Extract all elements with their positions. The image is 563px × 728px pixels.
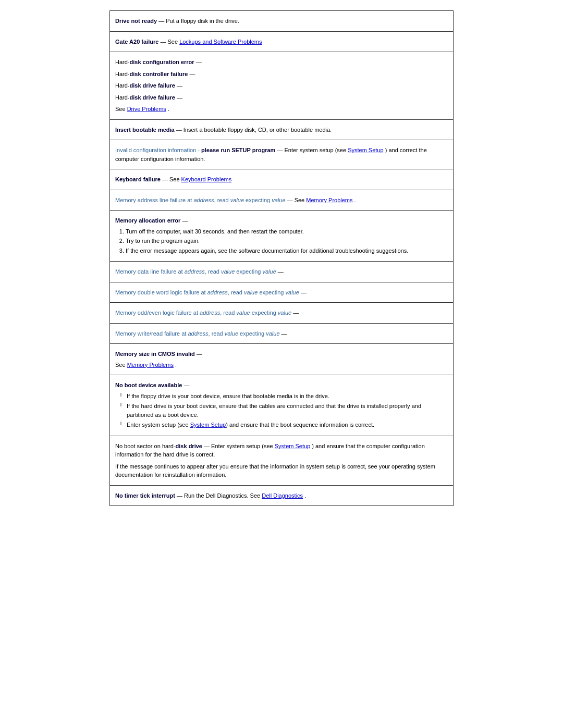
- memory-allocation-steps: Turn off the computer, wait 30 seconds, …: [126, 227, 448, 255]
- memory-problems-link-1[interactable]: Memory Problems: [306, 197, 352, 203]
- invalid-config-bold: please run SETUP program: [201, 147, 275, 153]
- system-setup-link-2[interactable]: System Setup: [190, 422, 226, 428]
- entry-memory-size-cmos: Memory size in CMOS invalid — See Memory…: [110, 344, 453, 375]
- system-setup-link-3[interactable]: System Setup: [275, 443, 310, 449]
- hard-disk-prefix-4: Hard-: [115, 94, 130, 101]
- entry-memory-allocation: Memory allocation error — Turn off the c…: [110, 211, 453, 262]
- hard-disk-prefix-3: Hard-: [115, 82, 130, 89]
- entry-no-timer-tick: No timer tick interrupt — Run the Dell D…: [110, 486, 453, 506]
- entry-memory-write-read: Memory write/read failure at address, re…: [110, 324, 453, 344]
- no-timer-tick-desc-before: Run the Dell Diagnostics. See: [184, 492, 262, 499]
- no-boot-item-2: If the hard drive is your boot device, e…: [120, 402, 448, 419]
- entry-no-boot-sector: No boot sector on hard-disk drive — Ente…: [110, 436, 453, 486]
- main-table: Drive not ready — Put a floppy disk in t…: [109, 10, 454, 506]
- insert-bootable-desc: Insert a bootable floppy disk, CD, or ot…: [183, 127, 332, 133]
- entry-memory-odd-even: Memory odd/even logic failure at address…: [110, 303, 453, 324]
- step-1: Turn off the computer, wait 30 seconds, …: [126, 227, 448, 236]
- keyboard-failure-title: Keyboard failure: [115, 176, 161, 182]
- invalid-config-desc-before: Enter system setup (see: [284, 147, 348, 153]
- step-2: Try to run the program again.: [126, 237, 448, 245]
- memory-addr-text: Memory address line failure at address, …: [115, 197, 286, 203]
- memory-odd-even-text: Memory odd/even logic failure at address…: [115, 310, 291, 316]
- memory-addr-see: See: [295, 197, 307, 203]
- hard-disk-drive-title-2: disk drive failure: [130, 94, 175, 101]
- invalid-config-prefix: Invalid configuration information -: [115, 147, 201, 153]
- no-boot-sector-followup: If the message continues to appear after…: [115, 463, 435, 478]
- entry-see-text: See: [167, 39, 179, 45]
- no-timer-tick-title: No timer tick interrupt: [115, 492, 175, 499]
- no-boot-sector-prefix: No boot sector on hard-: [115, 443, 176, 449]
- memory-data-line-text: Memory data line failure at address, rea…: [115, 268, 276, 275]
- no-boot-device-title: No boot device available: [115, 382, 182, 388]
- no-boot-item-3: Enter system setup (see System Setup) an…: [120, 421, 448, 429]
- entry-memory-data-line: Memory data line failure at address, rea…: [110, 262, 453, 282]
- no-boot-sector-desc-before: Enter system setup (see: [211, 443, 275, 449]
- entry-insert-bootable: Insert bootable media — Insert a bootabl…: [110, 120, 453, 141]
- memory-write-read-text: Memory write/read failure at address, re…: [115, 330, 280, 337]
- entry-gate-a20: Gate A20 failure — See Lockups and Softw…: [110, 32, 453, 53]
- keyboard-see-text: See: [169, 176, 181, 182]
- hard-disk-prefix-1: Hard-: [115, 59, 130, 65]
- entry-title: Drive not ready: [115, 18, 157, 24]
- no-boot-device-list: If the floppy drive is your boot device,…: [120, 392, 448, 429]
- memory-size-see-text: See: [115, 362, 127, 368]
- memory-problems-link-2[interactable]: Memory Problems: [127, 362, 174, 368]
- entry-description: Put a floppy disk in the drive.: [166, 18, 239, 24]
- no-boot-sector-bold: disk drive: [176, 443, 202, 449]
- entry-memory-address-line: Memory address line failure at address, …: [110, 190, 453, 211]
- entry-drive-not-ready: Drive not ready — Put a floppy disk in t…: [110, 11, 453, 32]
- keyboard-problems-link[interactable]: Keyboard Problems: [181, 176, 232, 182]
- memory-allocation-title: Memory allocation error: [115, 217, 180, 224]
- hard-disk-config-title: disk configuration error: [130, 59, 194, 65]
- entry-keyboard-failure: Keyboard failure — See Keyboard Problems: [110, 169, 453, 190]
- system-setup-link-1[interactable]: System Setup: [348, 147, 383, 153]
- dell-diagnostics-link[interactable]: Dell Diagnostics: [262, 492, 303, 499]
- hard-disk-prefix-2: Hard-: [115, 71, 130, 77]
- memory-double-word-text: Memory double word logic failure at addr…: [115, 289, 299, 295]
- memory-size-cmos-title: Memory size in CMOS invalid: [115, 351, 195, 357]
- step-3: If the error message appears again, see …: [126, 246, 448, 255]
- no-boot-item-1: If the floppy drive is your boot device,…: [120, 392, 448, 401]
- hard-disk-drive-title-1: disk drive failure: [130, 82, 175, 89]
- entry-memory-double-word: Memory double word logic failure at addr…: [110, 282, 453, 303]
- lockups-link[interactable]: Lockups and Software Problems: [179, 39, 262, 45]
- entry-title: Gate A20 failure: [115, 39, 158, 45]
- entry-no-boot-device: No boot device available — If the floppy…: [110, 375, 453, 436]
- entry-invalid-config: Invalid configuration information - plea…: [110, 140, 453, 169]
- drive-problems-link[interactable]: Drive Problems: [127, 106, 166, 112]
- hard-disk-controller-title: disk controller failure: [130, 71, 188, 77]
- entry-hard-disk-group: Hard-disk configuration error — Hard-dis…: [110, 52, 453, 120]
- insert-bootable-title: Insert bootable media: [115, 127, 175, 133]
- see-drive-problems-text: See: [115, 106, 127, 112]
